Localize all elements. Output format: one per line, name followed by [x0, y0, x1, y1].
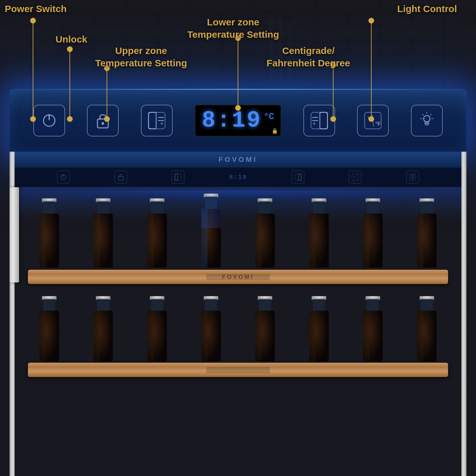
- svg-rect-76: [309, 214, 315, 268]
- lock-indicator: 🔒: [272, 128, 278, 134]
- svg-rect-88: [39, 311, 46, 361]
- mini-lock-btn: [115, 171, 127, 183]
- svg-rect-48: [409, 174, 416, 180]
- svg-text:°F: °F: [375, 121, 380, 127]
- svg-rect-51: [16, 190, 460, 209]
- upper-bottle-row: [12, 187, 464, 270]
- svg-rect-96: [147, 311, 154, 361]
- temperature-value: 8:19: [202, 109, 262, 132]
- svg-rect-32: [425, 122, 429, 123]
- svg-point-49: [411, 175, 414, 178]
- lower-wooden-shelf: [28, 363, 448, 377]
- control-panel: + 8:19 °C 🔒 + °C °F: [10, 89, 466, 152]
- svg-rect-18: [149, 112, 156, 129]
- svg-rect-78: [367, 202, 379, 214]
- brand-label: FOVOMI: [219, 155, 258, 164]
- svg-rect-98: [205, 299, 217, 311]
- centigrade-fahrenheit-button[interactable]: °C °F: [357, 105, 389, 136]
- svg-rect-33: [425, 124, 428, 125]
- upper-bottles-svg: [16, 190, 460, 270]
- lower-bottles-svg: [16, 290, 460, 363]
- mini-upper-temp: [172, 171, 184, 183]
- power-button[interactable]: [33, 105, 65, 136]
- svg-rect-104: [255, 311, 261, 361]
- brand-panel: FOVOMI: [10, 152, 466, 168]
- svg-rect-86: [43, 299, 55, 311]
- svg-rect-53: [43, 202, 55, 214]
- svg-point-16: [102, 122, 104, 125]
- svg-text:°F: °F: [353, 176, 356, 179]
- svg-rect-44: [295, 174, 301, 180]
- svg-rect-23: [320, 112, 327, 129]
- shelf-brand-label: FOVOMI: [222, 274, 254, 280]
- svg-rect-102: [259, 299, 271, 311]
- temperature-unit: °C: [264, 112, 274, 122]
- svg-rect-72: [255, 214, 261, 268]
- svg-point-31: [424, 116, 430, 122]
- wine-storage-area: FOVOMI: [12, 187, 464, 476]
- door-handle[interactable]: [10, 187, 19, 282]
- svg-rect-92: [93, 311, 100, 361]
- light-control-button[interactable]: [411, 105, 443, 136]
- svg-line-38: [422, 114, 423, 115]
- svg-rect-50: [412, 178, 413, 179]
- mini-cf-btn: °F: [349, 171, 361, 183]
- mini-lower-temp: [292, 171, 304, 183]
- svg-rect-80: [363, 214, 369, 268]
- svg-rect-82: [421, 202, 433, 214]
- svg-rect-61: [151, 202, 163, 214]
- svg-rect-108: [309, 311, 315, 361]
- svg-rect-114: [421, 299, 433, 311]
- svg-text:+: +: [313, 121, 316, 127]
- svg-line-37: [430, 114, 431, 115]
- svg-rect-63: [147, 214, 154, 268]
- svg-rect-41: [118, 176, 123, 180]
- lower-bottle-row: [12, 287, 464, 363]
- unlock-button[interactable]: [87, 105, 119, 136]
- svg-rect-112: [363, 311, 369, 361]
- upper-wooden-shelf: FOVOMI: [28, 270, 448, 284]
- svg-rect-59: [93, 214, 100, 268]
- svg-rect-110: [367, 299, 379, 311]
- frame-right: [461, 152, 466, 476]
- svg-rect-55: [39, 214, 46, 268]
- mini-control-panel: 8:19 °F: [10, 168, 466, 187]
- svg-rect-84: [417, 214, 423, 268]
- temperature-display: 8:19 °C 🔒: [195, 105, 281, 136]
- svg-rect-106: [313, 299, 325, 311]
- svg-rect-94: [151, 299, 163, 311]
- svg-rect-43: [175, 174, 178, 180]
- svg-point-6: [267, 14, 275, 27]
- mini-temperature: 8:19: [229, 174, 247, 181]
- mini-power-btn: [57, 171, 70, 183]
- svg-rect-90: [97, 299, 109, 311]
- svg-rect-70: [259, 202, 271, 214]
- svg-rect-74: [313, 202, 325, 214]
- mini-light-btn: [406, 171, 419, 183]
- svg-rect-100: [201, 311, 208, 361]
- svg-rect-42: [175, 174, 181, 180]
- svg-text:+: +: [160, 121, 164, 127]
- lower-zone-temp-button[interactable]: +: [303, 105, 335, 136]
- svg-rect-11: [289, 22, 291, 79]
- upper-zone-temp-button[interactable]: +: [141, 105, 173, 136]
- svg-rect-57: [97, 202, 109, 214]
- svg-rect-68: [201, 209, 221, 228]
- svg-rect-45: [298, 174, 301, 180]
- svg-rect-65: [205, 197, 217, 209]
- svg-rect-116: [417, 311, 423, 361]
